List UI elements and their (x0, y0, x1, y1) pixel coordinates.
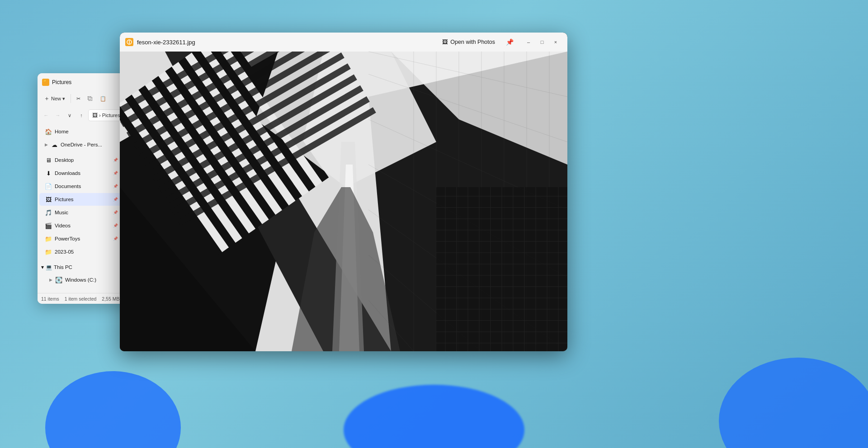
bg-blob-left (45, 371, 181, 448)
folder-icon (42, 79, 49, 86)
home-icon: 🏠 (45, 128, 52, 135)
documents-icon: 📄 (45, 183, 52, 190)
fe-window-title: Pictures (52, 79, 71, 85)
pv-maximize-button[interactable]: □ (536, 36, 548, 48)
selected-count: 1 item selected (65, 296, 97, 302)
pv-close-button[interactable]: × (549, 36, 562, 48)
bg-blob-center (344, 385, 524, 448)
sidebar-item-desktop[interactable]: 🖥 Desktop 📌 (39, 154, 122, 166)
thispc-icon: 💻 (46, 264, 52, 270)
pin-icon-4: 📌 (113, 197, 118, 202)
sidebar-item-documents[interactable]: 📄 Documents 📌 (39, 180, 122, 193)
pv-filename: feson-xie-2332611.jpg (137, 39, 195, 46)
new-label: New (51, 96, 61, 101)
new-dropdown-icon: ▾ (62, 96, 65, 102)
forward-button[interactable]: → (53, 110, 63, 120)
sidebar-videos-label: Videos (55, 223, 110, 228)
sidebar-onedrive-label: OneDrive - Pers... (61, 142, 118, 147)
pictures-icon: 🖼 (45, 196, 52, 203)
breadcrumb-folder: Pictures (102, 113, 120, 118)
sidebar-documents-label: Documents (55, 184, 110, 189)
copy-icon: ⿻ (88, 96, 93, 101)
sidebar-downloads-label: Downloads (55, 170, 110, 176)
new-button[interactable]: ＋ New ▾ (41, 93, 68, 104)
file-size: 2,55 MB (102, 296, 119, 302)
pin-icon-2: 📌 (113, 171, 118, 175)
music-icon: 🎵 (45, 209, 52, 216)
open-icon: 🖼 (442, 39, 448, 45)
new-icon: ＋ (44, 94, 50, 103)
toolbar-separator (71, 94, 71, 103)
cut-button[interactable]: ✂ (74, 94, 83, 104)
expand-icon-thispc: ▾ (41, 264, 44, 270)
cut-icon: ✂ (76, 96, 80, 102)
sidebar-item-onedrive[interactable]: ▶ ☁ OneDrive - Pers... (39, 138, 122, 151)
copy-button[interactable]: ⿻ (85, 94, 95, 103)
powertoys-icon: 📁 (45, 236, 52, 242)
breadcrumb-icon: 🖼 (92, 112, 98, 118)
sidebar-home-label: Home (55, 129, 118, 134)
sidebar-item-videos[interactable]: 🎬 Videos 📌 (39, 219, 122, 232)
videos-icon: 🎬 (45, 222, 52, 229)
item-count: 11 items (41, 296, 59, 302)
breadcrumb-separator: › (99, 113, 101, 118)
sidebar-pictures-label: Pictures (55, 197, 110, 202)
this-pc-section[interactable]: ▾ 💻 This PC (38, 261, 123, 273)
photo-viewer-titlebar: feson-xie-2332611.jpg 🖼 Open with Photos… (120, 33, 567, 52)
open-with-photos-label: Open with Photos (450, 39, 495, 45)
sidebar-winc-label: Windows (C:) (65, 277, 118, 283)
paste-button[interactable]: 📋 (97, 94, 109, 104)
sidebar-item-pictures[interactable]: 🖼 Pictures 📌 (39, 193, 122, 206)
sidebar-item-music[interactable]: 🎵 Music 📌 (39, 206, 122, 219)
pin-icon: 📌 (506, 38, 514, 46)
sidebar-item-powertoys[interactable]: 📁 PowerToys 📌 (39, 232, 122, 245)
paste-icon: 📋 (100, 96, 106, 102)
pv-window-controls: – □ × (522, 36, 562, 48)
sidebar: 🏠 Home ▶ ☁ OneDrive - Pers... 🖥 Desktop … (38, 123, 123, 293)
open-with-photos-button[interactable]: 🖼 Open with Photos (437, 37, 500, 47)
sidebar-item-downloads[interactable]: ⬇ Downloads 📌 (39, 167, 122, 179)
svg-rect-0 (43, 81, 48, 85)
pv-pin-button[interactable]: 📌 (503, 36, 516, 48)
expand-winc-icon: ▶ (49, 278, 52, 282)
pv-minimize-button[interactable]: – (522, 36, 535, 48)
pv-title-left: feson-xie-2332611.jpg (125, 38, 195, 46)
sidebar-2023-label: 2023-05 (55, 249, 118, 255)
pin-icon-5: 📌 (113, 210, 118, 215)
up-button[interactable]: ↑ (76, 110, 86, 120)
pv-title-icon (125, 38, 133, 46)
drive-icon: 💽 (55, 277, 62, 283)
sidebar-item-home[interactable]: 🏠 Home (39, 125, 122, 138)
pv-toolbar-right: 🖼 Open with Photos 📌 – □ × (437, 36, 562, 48)
expand-icon: ▶ (45, 142, 48, 147)
pin-icon-6: 📌 (113, 223, 118, 228)
sidebar-music-label: Music (55, 210, 110, 215)
pin-icon-3: 📌 (113, 184, 118, 189)
back-button[interactable]: ← (41, 110, 51, 120)
bw-architecture-photo (120, 52, 567, 351)
downloads-icon: ⬇ (45, 170, 52, 177)
title-left: Pictures (42, 79, 71, 86)
pin-icon: 📌 (113, 158, 118, 162)
desktop-icon: 🖥 (45, 157, 52, 164)
sidebar-item-windows-c[interactable]: ▶ 💽 Windows (C:) (39, 274, 122, 286)
pin-icon-7: 📌 (113, 236, 118, 241)
bg-blob-right (719, 358, 868, 448)
folder-icon-2023: 📁 (45, 249, 52, 255)
sidebar-item-2023[interactable]: 📁 2023-05 (39, 245, 122, 258)
photo-viewer-window: feson-xie-2332611.jpg 🖼 Open with Photos… (120, 33, 567, 351)
sidebar-desktop-label: Desktop (55, 157, 110, 163)
thispc-label: This PC (54, 264, 72, 270)
onedrive-icon: ☁ (51, 141, 58, 148)
sidebar-powertoys-label: PowerToys (55, 236, 110, 241)
photo-viewer-image-area (120, 52, 567, 351)
expand-button[interactable]: ∨ (65, 110, 75, 120)
